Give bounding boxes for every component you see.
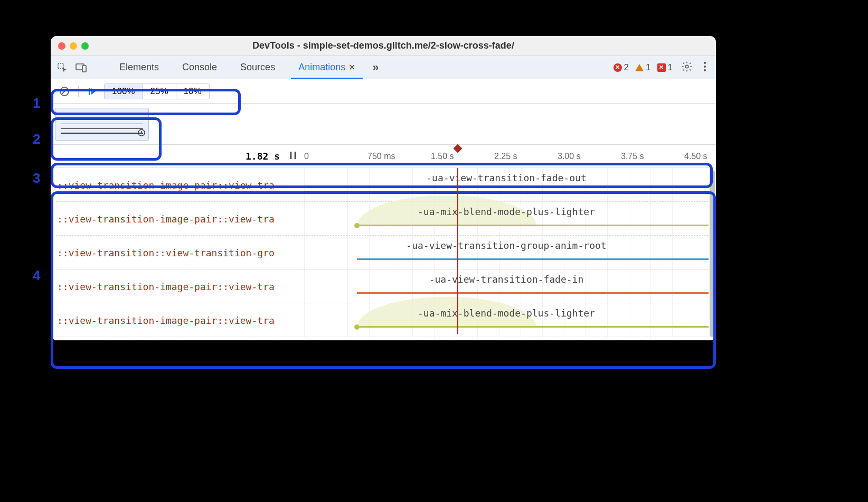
tab-elements[interactable]: Elements	[110, 56, 168, 79]
track-element-name[interactable]: ::view-transition-image-pair::view-tra	[57, 315, 304, 326]
ruler-tick: 1.50 s	[431, 152, 454, 161]
animation-toolbar: 100% 25% 10%	[51, 79, 716, 104]
animation-track[interactable]: ::view-transition-image-pair::view-tra-u…	[51, 269, 716, 303]
track-timeline[interactable]: -ua-view-transition-group-anim-root	[304, 236, 709, 269]
svg-point-3	[685, 65, 688, 68]
speed-100[interactable]: 100%	[104, 83, 143, 99]
issues-icon: ✕	[657, 63, 666, 72]
buffer-row	[51, 104, 716, 145]
track-timeline[interactable]: -ua-view-transition-fade-out	[304, 168, 709, 202]
devtools-window: DevTools - simple-set-demos.glitch.me/2-…	[51, 36, 716, 340]
animation-track[interactable]: ::view-transition::view-transition-gro-u…	[51, 236, 716, 269]
ruler-tick: 3.00 s	[558, 152, 581, 161]
timeline-header[interactable]: 1.82 s 0750 ms1.50 s2.25 s3.00 s3.75 s4.…	[51, 145, 716, 168]
animation-track[interactable]: ::view-transition-image-pair::view-tra-u…	[51, 168, 716, 202]
track-duration-bar[interactable]	[357, 225, 709, 226]
track-element-name[interactable]: ::view-transition-image-pair::view-tra	[57, 281, 304, 292]
close-window-button[interactable]	[58, 42, 65, 50]
play-pause-icon[interactable]	[83, 83, 102, 100]
tab-animations[interactable]: Animations ✕	[289, 56, 365, 79]
inspect-icon[interactable]	[55, 60, 70, 75]
clear-icon[interactable]	[55, 83, 74, 100]
titlebar: DevTools - simple-set-demos.glitch.me/2-…	[51, 36, 716, 56]
issues-count[interactable]: ✕ 1	[657, 62, 673, 73]
window-title: DevTools - simple-set-demos.glitch.me/2-…	[51, 40, 716, 51]
close-icon[interactable]: ✕	[348, 62, 355, 72]
ruler-tick: 3.75 s	[621, 152, 644, 161]
track-animation-name: -ua-view-transition-fade-in	[304, 274, 709, 285]
scrollbar-thumb[interactable]	[710, 170, 715, 337]
tab-animations-label: Animations	[298, 62, 345, 73]
minimize-window-button[interactable]	[70, 42, 77, 50]
more-icon[interactable]	[701, 59, 709, 76]
warning-count[interactable]: 1	[635, 62, 650, 73]
gear-icon[interactable]	[679, 59, 695, 77]
animation-track[interactable]: ::view-transition-image-pair::view-tra-u…	[51, 303, 716, 337]
ruler-tick: 4.50 s	[684, 152, 707, 161]
track-element-name[interactable]: ::view-transition-image-pair::view-tra	[57, 213, 304, 225]
tabs-overflow-icon[interactable]: »	[369, 61, 382, 75]
callout-2: 2	[33, 131, 40, 147]
svg-point-5	[704, 66, 706, 68]
traffic-lights	[58, 42, 89, 50]
tab-strip: Elements Console Sources Animations ✕ » …	[51, 56, 716, 79]
ruler-tick: 2.25 s	[494, 152, 517, 161]
current-time: 1.82 s	[246, 151, 280, 162]
svg-point-4	[704, 62, 706, 64]
track-animation-name: -ua-mix-blend-mode-plus-lighter	[304, 206, 709, 217]
error-icon: ✕	[614, 63, 622, 72]
pause-icon[interactable]	[288, 151, 298, 162]
ruler-tick: 0	[304, 152, 309, 161]
track-element-name[interactable]: ::view-transition::view-transition-gro	[57, 247, 304, 258]
device-toolbar-icon[interactable]	[74, 60, 89, 75]
animation-track[interactable]: ::view-transition-image-pair::view-tra-u…	[51, 202, 716, 236]
callout-3: 3	[33, 170, 40, 187]
tracks-area: ::view-transition-image-pair::view-tra-u…	[51, 168, 716, 340]
warning-icon	[635, 64, 644, 71]
callout-1: 1	[33, 95, 40, 111]
speed-10[interactable]: 10%	[176, 83, 210, 99]
error-count[interactable]: ✕ 2	[614, 62, 629, 73]
tab-console[interactable]: Console	[173, 56, 227, 79]
track-duration-bar[interactable]	[357, 292, 709, 294]
playhead-line	[457, 168, 458, 334]
track-duration-bar[interactable]	[357, 326, 709, 328]
timeline-ruler[interactable]: 0750 ms1.50 s2.25 s3.00 s3.75 s4.50 s	[304, 145, 716, 168]
track-timeline[interactable]: -ua-mix-blend-mode-plus-lighter	[304, 303, 709, 337]
zoom-window-button[interactable]	[81, 42, 89, 50]
track-animation-name: -ua-view-transition-group-anim-root	[304, 240, 709, 251]
clock-icon	[138, 129, 145, 138]
track-duration-bar[interactable]	[357, 258, 709, 260]
playhead-marker[interactable]	[454, 144, 463, 153]
track-timeline[interactable]: -ua-mix-blend-mode-plus-lighter	[304, 202, 709, 236]
track-duration-bar[interactable]	[304, 191, 709, 192]
track-animation-name: -ua-mix-blend-mode-plus-lighter	[304, 308, 709, 319]
ruler-tick: 750 ms	[367, 152, 395, 161]
track-timeline[interactable]: -ua-view-transition-fade-in	[304, 269, 709, 303]
tab-sources[interactable]: Sources	[231, 56, 285, 79]
keyframe-dot[interactable]	[354, 223, 360, 228]
speed-25[interactable]: 25%	[142, 83, 176, 99]
status-group: ✕ 2 1 ✕ 1	[614, 59, 712, 77]
speed-group: 100% 25% 10%	[104, 83, 210, 99]
svg-rect-2	[82, 66, 86, 72]
track-animation-name: -ua-view-transition-fade-out	[304, 172, 709, 183]
svg-point-6	[704, 69, 706, 71]
track-element-name[interactable]: ::view-transition-image-pair::view-tra	[57, 180, 304, 191]
callout-4: 4	[33, 267, 40, 284]
animation-group-thumb[interactable]	[55, 108, 149, 141]
svg-line-8	[61, 88, 68, 95]
keyframe-dot[interactable]	[354, 324, 360, 330]
